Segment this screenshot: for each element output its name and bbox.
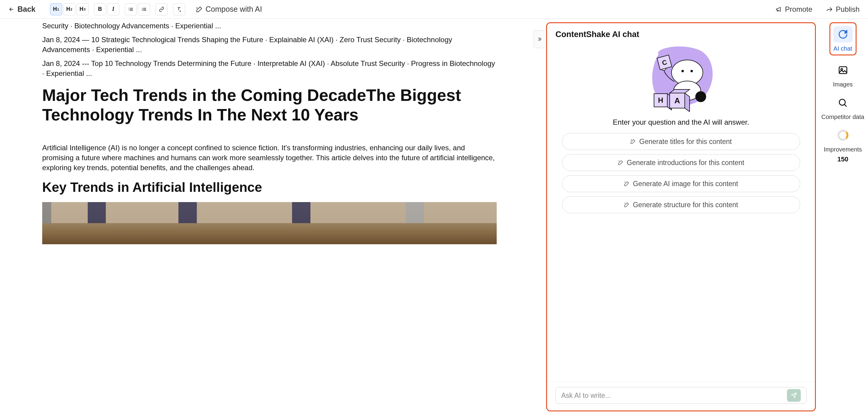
rail-ai-chat[interactable]: AI chat xyxy=(830,22,857,56)
compose-label: Compose with AI xyxy=(206,5,262,13)
svg-point-10 xyxy=(695,91,706,102)
magic-pen-icon xyxy=(630,139,636,144)
suggestion-label: Generate structure for this content xyxy=(633,201,738,209)
back-label: Back xyxy=(18,5,36,13)
link-icon xyxy=(159,7,164,12)
image-icon xyxy=(838,65,848,75)
svg-text:H: H xyxy=(658,96,663,104)
promote-label: Promote xyxy=(785,5,812,13)
svg-rect-26 xyxy=(839,67,847,74)
send-icon xyxy=(791,392,797,399)
rail-competitor-data[interactable]: Competitor data xyxy=(821,95,864,120)
article-image xyxy=(42,202,497,244)
chat-title: ContentShake AI chat xyxy=(547,23,815,42)
rail-label: AI chat xyxy=(833,45,852,52)
svg-text:A: A xyxy=(674,96,680,105)
magic-pen-icon xyxy=(624,202,629,207)
send-button[interactable] xyxy=(787,389,801,402)
clear-group xyxy=(173,3,185,15)
link-button[interactable] xyxy=(156,3,167,15)
editor-content[interactable]: Security · Biotechnology Advancements · … xyxy=(0,19,545,244)
progress-spinner-icon xyxy=(838,130,848,141)
suggestion-generate-structure[interactable]: Generate structure for this content xyxy=(562,196,800,213)
svg-rect-4 xyxy=(143,9,146,10)
bold-button[interactable]: B xyxy=(94,3,106,15)
rail-images[interactable]: Images xyxy=(833,62,853,88)
suggestion-generate-intros[interactable]: Generate introductions for this content xyxy=(562,154,800,171)
search-icon xyxy=(838,98,848,108)
right-rail: AI chat Images Competitor data Improveme… xyxy=(818,19,868,415)
clear-format-icon xyxy=(176,7,182,12)
svg-point-28 xyxy=(839,99,845,105)
editor-column: Security · Biotechnology Advancements · … xyxy=(0,19,545,415)
article-h2: Key Trends in Artificial Intelligence xyxy=(42,180,497,195)
unordered-list-button[interactable] xyxy=(138,3,150,15)
share-arrow-icon xyxy=(826,6,833,13)
ordered-list-button[interactable] xyxy=(125,3,137,15)
svg-point-8 xyxy=(690,70,693,72)
svg-point-1 xyxy=(142,9,143,9)
collapse-sidebar-button[interactable] xyxy=(533,30,545,48)
magic-pen-icon xyxy=(196,6,203,13)
search-snippet: Security · Biotechnology Advancements · … xyxy=(42,21,497,31)
robot-illustration: C H A xyxy=(641,44,722,113)
svg-point-0 xyxy=(142,8,143,8)
magic-pen-icon xyxy=(624,181,629,186)
ordered-list-icon xyxy=(128,7,133,12)
improvements-count: 150 xyxy=(837,155,848,163)
toolbar: Back H1 H2 H3 B I Compose with AI Promot… xyxy=(0,0,868,19)
magic-pen-icon xyxy=(618,160,623,165)
search-snippet: Jan 8, 2024 --- Top 10 Technology Trends… xyxy=(42,59,497,78)
h3-button[interactable]: H3 xyxy=(76,3,89,15)
svg-rect-3 xyxy=(143,8,146,8)
back-button[interactable]: Back xyxy=(8,5,36,13)
chat-input-bar: Ask AI to write... xyxy=(547,381,815,411)
ai-chat-panel: ContentShake AI chat C xyxy=(546,22,816,411)
chat-input[interactable]: Ask AI to write... xyxy=(555,387,807,404)
suggestion-label: Generate introductions for this content xyxy=(627,159,744,167)
arrow-left-icon xyxy=(8,6,14,12)
link-group xyxy=(156,3,167,15)
suggestion-generate-image[interactable]: Generate AI image for this content xyxy=(562,175,800,192)
svg-point-23 xyxy=(625,182,625,182)
suggestion-label: Generate AI image for this content xyxy=(633,180,738,188)
rail-improvements[interactable]: Improvements 150 xyxy=(824,127,862,163)
suggestion-label: Generate titles for this content xyxy=(639,138,732,146)
svg-point-2 xyxy=(142,10,143,10)
publish-button[interactable]: Publish xyxy=(826,5,860,13)
chat-subtitle: Enter your question and the AI will answ… xyxy=(613,118,749,127)
publish-label: Publish xyxy=(836,5,860,13)
svg-point-22 xyxy=(619,161,619,162)
format-group: B I xyxy=(94,3,119,15)
h2-button[interactable]: H2 xyxy=(63,3,75,15)
article-h1: Major Tech Trends in the Coming DecadeTh… xyxy=(42,85,497,125)
svg-point-7 xyxy=(681,70,684,72)
svg-point-24 xyxy=(625,203,625,204)
rail-label: Images xyxy=(833,81,853,88)
search-snippet: Jan 8, 2024 — 10 Strategic Technological… xyxy=(42,35,497,55)
svg-point-25 xyxy=(845,31,846,32)
chevron-double-right-icon xyxy=(537,36,542,42)
rail-label: Competitor data xyxy=(821,113,864,120)
heading-group: H1 H2 H3 xyxy=(50,3,89,15)
rail-label: Improvements xyxy=(824,146,862,153)
suggestion-generate-titles[interactable]: Generate titles for this content xyxy=(562,133,800,150)
svg-marker-18 xyxy=(685,93,689,112)
chat-placeholder: Ask AI to write... xyxy=(561,391,611,400)
h1-button[interactable]: H1 xyxy=(50,3,62,15)
svg-point-21 xyxy=(631,140,632,140)
list-group xyxy=(125,3,150,15)
italic-button[interactable]: I xyxy=(107,3,119,15)
megaphone-icon xyxy=(775,6,782,13)
unordered-list-icon xyxy=(141,7,147,12)
promote-button[interactable]: Promote xyxy=(775,5,812,13)
svg-rect-5 xyxy=(143,10,146,11)
chat-refresh-icon xyxy=(838,29,848,39)
clear-format-button[interactable] xyxy=(173,3,185,15)
compose-ai-button[interactable]: Compose with AI xyxy=(196,5,262,13)
article-intro: Artificial Intelligence (AI) is no longe… xyxy=(42,143,497,173)
